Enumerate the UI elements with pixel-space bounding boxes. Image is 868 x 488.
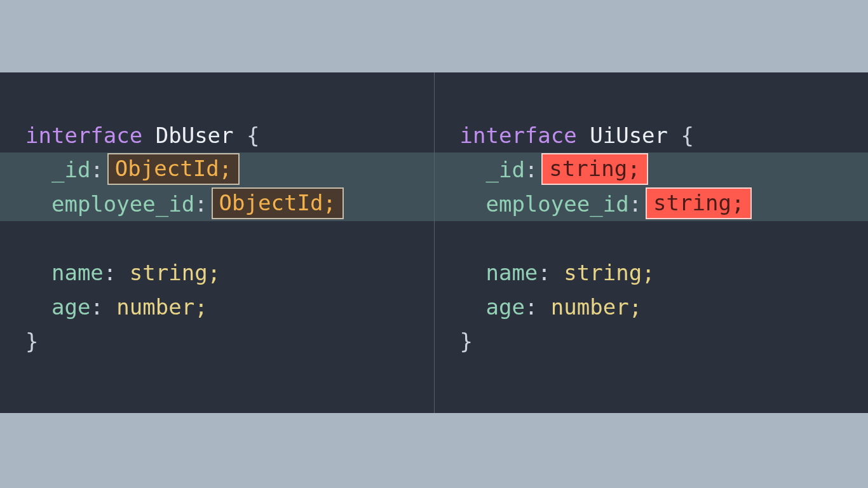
type-name: UiUser (590, 123, 668, 148)
prop-line: _id:string; (460, 152, 869, 187)
prop-type: number; (116, 294, 207, 320)
prop-key: employee_id (51, 191, 194, 217)
type-chip-objectid: ObjectId; (107, 153, 240, 185)
colon: : (194, 191, 207, 217)
prop-line: employee_id:ObjectId; (25, 187, 434, 221)
prop-key: name (485, 260, 538, 285)
brace-open: { (681, 123, 694, 148)
code-comparison: interface DbUser { _id:ObjectId; employe… (0, 72, 868, 413)
colon: : (90, 294, 103, 320)
prop-key: name (51, 260, 104, 285)
keyword-interface: interface (460, 123, 577, 148)
prop-line: employee_id:string; (460, 187, 869, 221)
colon: : (525, 294, 538, 320)
prop-line: age: number; (25, 290, 434, 324)
prop-line: age: number; (460, 290, 869, 324)
colon: : (104, 260, 116, 285)
prop-key: age (485, 294, 524, 320)
brace-close: } (25, 329, 38, 354)
blank-line (25, 221, 434, 255)
colon: : (629, 191, 642, 217)
prop-key: age (51, 294, 90, 320)
prop-key: _id (51, 157, 90, 182)
colon: : (525, 157, 538, 182)
brace-close-line: } (25, 324, 434, 358)
brace-close: } (460, 329, 473, 354)
type-chip-string: string; (541, 153, 648, 185)
prop-key: employee_id (485, 191, 628, 217)
right-pane: interface UiUser { _id:string; employee_… (435, 72, 869, 413)
colon: : (90, 157, 103, 182)
interface-decl: interface UiUser { (460, 118, 869, 152)
brace-close-line: } (460, 324, 869, 358)
prop-type: number; (551, 294, 642, 320)
type-chip-objectid: ObjectId; (212, 187, 344, 219)
interface-decl: interface DbUser { (25, 118, 434, 152)
left-pane: interface DbUser { _id:ObjectId; employe… (0, 72, 434, 413)
prop-type: string; (130, 260, 220, 285)
prop-key: _id (485, 157, 524, 182)
type-chip-string: string; (646, 187, 752, 219)
keyword-interface: interface (25, 123, 142, 148)
prop-type: string; (564, 260, 654, 285)
prop-line: _id:ObjectId; (25, 152, 434, 187)
brace-open: { (247, 123, 259, 148)
blank-line (460, 221, 869, 255)
type-name: DbUser (156, 123, 234, 148)
colon: : (538, 260, 550, 285)
prop-line: name: string; (460, 255, 869, 290)
prop-line: name: string; (25, 255, 434, 290)
